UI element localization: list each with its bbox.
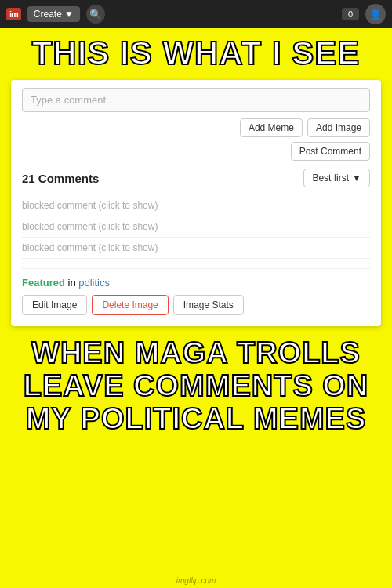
featured-category: politics — [78, 277, 110, 289]
comments-header: 21 Comments Best first ▼ — [22, 169, 370, 187]
navbar: im Create ▼ 🔍 0 👤 — [0, 0, 392, 28]
blocked-comment-label-2: blocked comment (click to show) — [22, 221, 158, 232]
add-meme-button[interactable]: Add Meme — [240, 118, 303, 137]
featured-text: Featured in politics — [22, 277, 370, 289]
logo-box: im — [6, 8, 21, 20]
comment-placeholder: Type a comment.. — [31, 94, 111, 106]
image-buttons: Edit Image Delete Image Image Stats — [22, 295, 370, 315]
notification-count[interactable]: 0 — [342, 8, 359, 20]
sort-label: Best first — [312, 172, 349, 183]
bottom-meme-text: WHEN MAGA TROLLS LEAVE COMMENTS ON MY PO… — [0, 331, 392, 443]
content-card: Type a comment.. Add Meme Add Image Post… — [11, 80, 381, 326]
blocked-comment-3[interactable]: blocked comment (click to show) — [22, 238, 370, 259]
blocked-comment-label-1: blocked comment (click to show) — [22, 200, 158, 211]
create-label: Create — [34, 9, 62, 20]
featured-section: Featured in politics Edit Image Delete I… — [22, 268, 370, 315]
comment-actions: Add Meme Add Image — [22, 118, 370, 137]
blocked-comment-label-3: blocked comment (click to show) — [22, 242, 158, 253]
add-image-button[interactable]: Add Image — [307, 118, 370, 137]
comment-input[interactable]: Type a comment.. — [22, 88, 370, 112]
blocked-comment-1[interactable]: blocked comment (click to show) — [22, 195, 370, 216]
top-meme-text: THIS IS WHAT I SEE — [0, 28, 392, 75]
sort-button[interactable]: Best first ▼ — [303, 169, 370, 187]
chevron-down-icon: ▼ — [64, 9, 74, 20]
image-stats-button[interactable]: Image Stats — [173, 295, 244, 315]
logo[interactable]: im — [6, 8, 21, 20]
logo-text: im — [9, 9, 18, 19]
search-icon[interactable]: 🔍 — [86, 5, 105, 24]
avatar[interactable]: 👤 — [365, 4, 386, 24]
sort-chevron-icon: ▼ — [352, 172, 361, 183]
blocked-comment-2[interactable]: blocked comment (click to show) — [22, 216, 370, 238]
create-button[interactable]: Create ▼ — [27, 6, 80, 22]
edit-image-button[interactable]: Edit Image — [22, 295, 87, 315]
post-row: Post Comment — [22, 142, 370, 161]
watermark: imgflip.com — [176, 576, 216, 585]
featured-in: in — [68, 277, 79, 289]
delete-image-button[interactable]: Delete Image — [92, 295, 168, 315]
featured-label: Featured — [22, 277, 65, 289]
post-comment-button[interactable]: Post Comment — [291, 142, 370, 161]
comments-count: 21 Comments — [22, 172, 99, 185]
